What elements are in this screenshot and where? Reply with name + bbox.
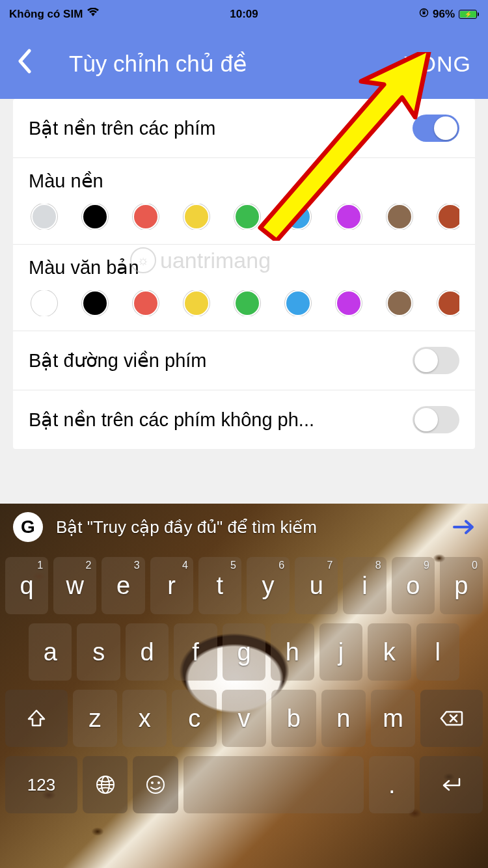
section-background-color: Màu nền [13,158,475,245]
keyboard-preview: G Bật "Truy cập đầy đủ" để tìm kiếm q1w2… [0,504,488,868]
key-r[interactable]: r4 [150,557,193,614]
toggle-key-border[interactable] [413,347,459,374]
setting-key-border: Bật đường viền phím [13,331,475,390]
key-j[interactable]: j [319,623,362,681]
color-swatch[interactable] [437,290,459,316]
arrow-right-icon[interactable] [453,515,475,540]
key-i[interactable]: i8 [343,557,386,614]
background-color-swatches [29,204,459,230]
color-swatch[interactable] [133,204,159,230]
color-swatch[interactable] [82,290,108,316]
key-x[interactable]: x [122,690,167,747]
color-swatch[interactable] [31,290,57,316]
google-icon[interactable]: G [13,512,43,542]
color-swatch[interactable] [31,204,57,230]
svg-point-7 [157,781,160,784]
svg-point-6 [151,781,154,784]
period-key[interactable]: . [369,756,414,813]
color-swatch[interactable] [336,290,362,316]
key-u[interactable]: u7 [295,557,338,614]
setting-label: Bật nền trên các phím không ph... [29,409,314,431]
key-k[interactable]: k [368,623,411,681]
color-swatch[interactable] [82,204,108,230]
key-q[interactable]: q1 [5,557,48,614]
wifi-icon [87,8,100,21]
color-swatch[interactable] [386,290,413,316]
key-f[interactable]: f [174,623,217,681]
setting-label: Bật nền trên các phím [29,117,215,139]
color-swatch[interactable] [285,204,311,230]
key-e[interactable]: e3 [102,557,144,614]
key-c[interactable]: c [172,690,216,747]
key-l[interactable]: l [416,623,459,681]
key-d[interactable]: d [126,623,169,681]
settings-panel: Bật nền trên các phím Màu nền Màu văn bả… [13,99,475,449]
shift-key[interactable] [5,690,68,747]
done-button[interactable]: XONG [403,51,471,77]
numbers-key[interactable]: 123 [5,756,77,813]
key-z[interactable]: z [73,690,117,747]
clock: 10:09 [230,8,258,21]
watermark: ☼ uantrimang [130,247,271,273]
battery-percent: 96% [433,8,455,21]
backspace-key[interactable] [420,690,483,747]
color-swatch[interactable] [336,204,362,230]
keyboard-row-1: q1w2e3r4t5y6u7i8o9p0 [5,557,483,614]
key-m[interactable]: m [371,690,415,747]
keyboard-row-3: zxcvbnm [5,690,483,747]
color-swatch[interactable] [285,290,311,316]
emoji-key[interactable] [133,756,178,813]
key-v[interactable]: v [222,690,266,747]
globe-key[interactable] [83,756,128,813]
status-bar: Không có SIM 10:09 96% ⚡ [0,0,488,29]
key-a[interactable]: a [29,623,72,681]
color-swatch[interactable] [386,204,413,230]
lightbulb-icon: ☼ [130,247,156,273]
key-g[interactable]: g [223,623,265,681]
text-color-swatches [29,290,459,316]
enter-key[interactable] [420,756,483,813]
toggle-nonkey-background[interactable] [413,406,459,433]
rotation-lock-icon [419,8,429,21]
suggestion-text: Bật "Truy cập đầy đủ" để tìm kiếm [56,517,440,537]
carrier-text: Không có SIM [9,8,83,21]
setting-label: Bật đường viền phím [29,349,207,372]
color-swatch[interactable] [183,204,210,230]
key-n[interactable]: n [321,690,366,747]
color-swatch[interactable] [234,290,260,316]
color-swatch[interactable] [437,204,459,230]
suggestion-bar: G Bật "Truy cập đầy đủ" để tìm kiếm [0,504,488,550]
space-key[interactable] [183,756,364,813]
back-button[interactable] [17,49,31,79]
color-swatch[interactable] [234,204,260,230]
color-swatch[interactable] [183,290,210,316]
key-w[interactable]: w2 [53,557,96,614]
key-y[interactable]: y6 [247,557,290,614]
navigation-bar: Tùy chỉnh chủ đề XONG [0,29,488,99]
key-t[interactable]: t5 [198,557,241,614]
key-b[interactable]: b [271,690,316,747]
keyboard-row-2: asdfghjkl [5,623,483,681]
key-o[interactable]: o9 [392,557,435,614]
setting-key-background: Bật nền trên các phím [13,99,475,158]
setting-nonkey-background: Bật nền trên các phím không ph... [13,390,475,449]
battery-icon: ⚡ [459,10,479,19]
svg-point-5 [147,776,164,793]
key-h[interactable]: h [271,623,314,681]
page-title: Tùy chỉnh chủ đề [69,51,247,77]
keyboard-row-4: 123 . [5,756,483,813]
color-section-label: Màu nền [29,170,459,192]
key-p[interactable]: p0 [440,557,483,614]
color-swatch[interactable] [133,290,159,316]
toggle-key-background[interactable] [413,115,459,142]
svg-rect-1 [422,12,425,14]
key-s[interactable]: s [77,623,120,681]
